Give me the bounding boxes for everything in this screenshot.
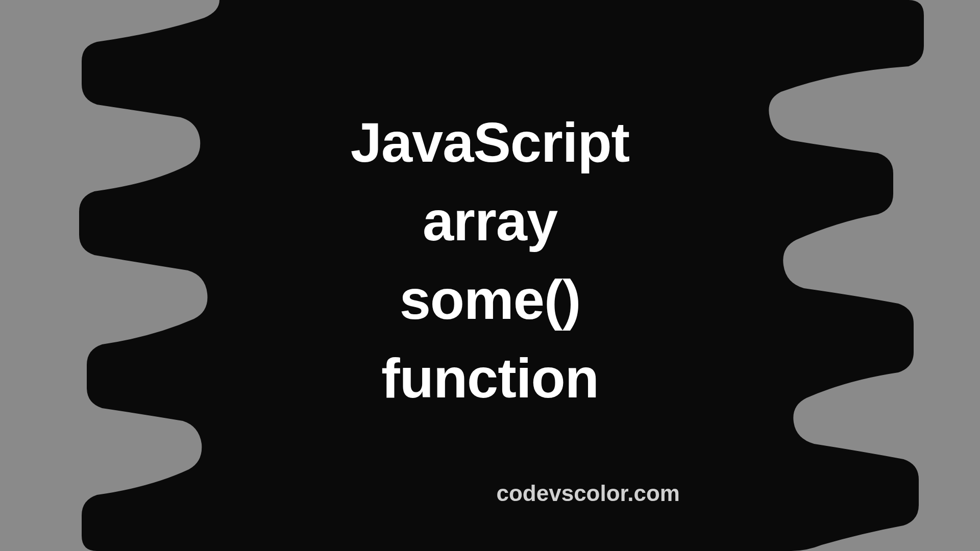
title-line-4: function bbox=[351, 339, 629, 417]
content-area: JavaScript array some() function bbox=[0, 0, 980, 551]
title-line-1: JavaScript bbox=[351, 103, 629, 182]
footer-text: codevscolor.com bbox=[497, 481, 680, 506]
title-line-3: some() bbox=[351, 260, 629, 339]
title-line-2: array bbox=[351, 182, 629, 260]
main-title: JavaScript array some() function bbox=[351, 103, 629, 417]
